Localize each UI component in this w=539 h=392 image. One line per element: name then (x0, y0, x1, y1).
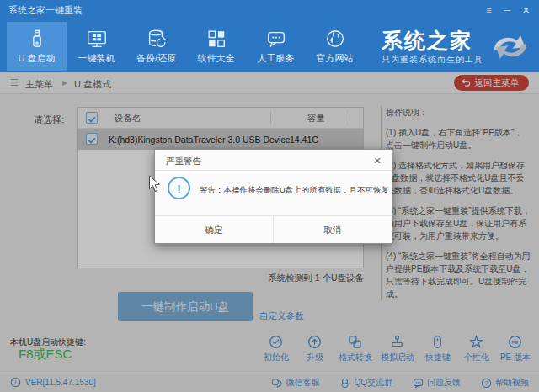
breadcrumb-bar: ☰ 主菜单 ▶ U 盘模式 返回主菜单 (0, 72, 539, 94)
select-label: 请选择: (34, 114, 64, 126)
usb-drive-icon (26, 28, 48, 50)
nav-tab-label: 软件大全 (198, 52, 235, 65)
column-separator (344, 112, 344, 124)
tool-format-convert[interactable]: 格式转换 (339, 335, 372, 363)
instruction-step: (4) “系统之家一键重装”将全程自动为用户提供PE版本下载及系统下载至U盘，只… (386, 250, 531, 300)
nav-tab-backup-restore[interactable]: 备份/还原 (126, 22, 186, 71)
list-icon: ☰ (10, 77, 19, 88)
brand-name: 系统之家 (382, 29, 472, 51)
nav-tab-one-click-install[interactable]: 一键装机 (67, 22, 126, 71)
close-icon[interactable]: ✕ (518, 3, 534, 18)
dialog-body: ! 警告：本操作将会删除U盘上的所有数据，且不可恢复 (155, 171, 392, 215)
chat-service-icon (265, 28, 287, 50)
minimize-icon[interactable]: ─ (499, 3, 515, 18)
instructions-title: 操作说明： (386, 106, 531, 119)
nav-tab-software[interactable]: 软件大全 (186, 22, 246, 71)
warning-circle-icon: ! (168, 177, 190, 199)
wechat-icon (271, 378, 282, 389)
qq-group-link[interactable]: QQ交流群 (339, 377, 392, 389)
breadcrumb-current: U 盘模式 (74, 78, 111, 91)
format-convert-icon (348, 335, 362, 349)
statusbar: i VER[11.5.47.1530] 微信客服 QQ交流群 (0, 373, 539, 392)
help-icon: ? (481, 378, 492, 389)
device-capacity: 14.41G (290, 135, 318, 145)
upgrade-icon (307, 335, 322, 349)
mouse-icon (430, 335, 445, 349)
breadcrumb-root[interactable]: 主菜单 (25, 78, 53, 91)
check-icon (87, 135, 97, 146)
status-links: 微信客服 QQ交流群 问题反馈 ? 帮助视频 (271, 377, 529, 389)
monitor-windows-icon (86, 28, 108, 50)
column-separator (270, 112, 271, 124)
window-controls: ≡ ─ ✕ (481, 0, 534, 20)
back-button-label: 返回主菜单 (475, 77, 520, 89)
svg-text:PE: PE (512, 340, 519, 345)
warning-dialog: 严重警告 ✕ ! 警告：本操作将会删除U盘上的所有数据，且不可恢复 确定 取消 (154, 149, 392, 244)
table-row-usb-device[interactable]: K:(hd3)Kingston DataTraveler 3.0 USB Dev… (78, 129, 363, 150)
select-all-checkbox[interactable] (86, 112, 98, 124)
make-boot-usb-button[interactable]: 一键制作启动U盘 (118, 292, 253, 321)
qq-icon (339, 378, 350, 389)
column-header-device: 设备名 (115, 113, 141, 124)
tools-row: 初始化 升级 格式转换 模拟启动 (261, 335, 531, 363)
custom-params-link[interactable]: 自定义参数 (259, 310, 304, 322)
app-window: 系统之家一键重装 ≡ ─ ✕ U 盘启动 (0, 0, 539, 392)
wechat-support-link[interactable]: 微信客服 (271, 377, 319, 389)
brand-logo: 系统之家 只为重装系统而生的工具 (382, 23, 532, 72)
nav-tab-usb-boot[interactable]: U 盘启动 (7, 22, 67, 71)
initialize-icon (269, 335, 283, 349)
tool-personalize[interactable]: 个性化 (462, 335, 492, 363)
table-header: 设备名 容量 (78, 108, 363, 129)
brand-swoosh-icon (488, 29, 532, 66)
back-arrow-icon (462, 78, 471, 87)
nav-tab-label: 备份/还原 (136, 52, 176, 65)
navbar: U 盘启动 一键装机 备份/还原 (0, 20, 539, 72)
instruction-step: (2) 选择格式化方式，如果用户想保存U盘数据，就选择不格式化U盘且不丢失数据，… (386, 159, 531, 197)
svg-text:i: i (15, 379, 17, 385)
backup-restore-icon (146, 28, 168, 50)
nav-tab-label: 人工服务 (258, 52, 295, 65)
brand-tagline: 只为重装系统而生的工具 (382, 54, 483, 66)
menu-icon[interactable]: ≡ (481, 3, 497, 18)
simulate-boot-icon (390, 335, 404, 349)
dialog-header: 严重警告 ✕ (155, 150, 392, 171)
globe-icon (324, 28, 346, 50)
tool-upgrade[interactable]: 升级 (300, 335, 330, 363)
instructions-panel: 操作说明： (1) 插入U盘，右下角选择“PE版本”，点击一键制作启动U盘。 (… (381, 106, 531, 300)
nav-tab-website[interactable]: 官方网站 (305, 22, 365, 71)
bottom-toolbar: 本机U盘启动快捷键: F8或ESC 初始化 升级 格式转换 (0, 330, 539, 373)
column-header-capacity: 容量 (307, 113, 325, 124)
instruction-step: (1) 插入U盘，右下角选择“PE版本”，点击一键制作启动U盘。 (386, 126, 531, 151)
svg-text:?: ? (485, 380, 488, 386)
version-text: VER[11.5.47.1530] (25, 378, 96, 387)
row-checkbox[interactable] (86, 133, 98, 145)
nav-tab-label: U 盘启动 (19, 52, 56, 65)
pe-version-icon: PE (508, 335, 522, 349)
tool-hotkeys[interactable]: 快捷键 (423, 335, 453, 363)
software-grid-icon (205, 28, 227, 50)
nav-tab-label: 官方网站 (317, 52, 354, 65)
hotkey-value: F8或ESC (19, 347, 72, 363)
instruction-step: (3) “系统之家一键重装”提供系统下载，为用户下载保存至U盘，保证用户有系统可… (386, 204, 531, 242)
titlebar: 系统之家一键重装 ≡ ─ ✕ (0, 0, 539, 20)
window-title: 系统之家一键重装 (8, 4, 83, 17)
back-to-main-menu-button[interactable]: 返回主菜单 (454, 75, 530, 91)
dialog-cancel-button[interactable]: 取消 (273, 216, 392, 243)
tool-simulate-boot[interactable]: 模拟启动 (381, 335, 414, 363)
tool-pe-version[interactable]: PE PE 版本 (500, 335, 531, 363)
version-info: i VER[11.5.47.1530] (10, 377, 96, 388)
personalize-icon (469, 335, 483, 349)
nav-tab-service[interactable]: 人工服务 (246, 22, 306, 71)
detect-status-text: 系统检测到 1 个U盘设备 (77, 273, 364, 284)
dialog-close-icon[interactable]: ✕ (371, 154, 384, 167)
dialog-ok-button[interactable]: 确定 (155, 216, 273, 243)
tool-initialize[interactable]: 初始化 (261, 335, 291, 363)
info-icon: i (10, 377, 21, 388)
check-icon (87, 114, 97, 124)
help-video-link[interactable]: ? 帮助视频 (481, 377, 529, 389)
dialog-footer: 确定 取消 (155, 215, 392, 243)
device-name: K:(hd3)Kingston DataTraveler 3.0 USB Dev… (109, 135, 291, 145)
feedback-bubble-icon (413, 378, 424, 389)
nav-tab-label: 一键装机 (78, 52, 115, 65)
feedback-link[interactable]: 问题反馈 (413, 377, 461, 389)
